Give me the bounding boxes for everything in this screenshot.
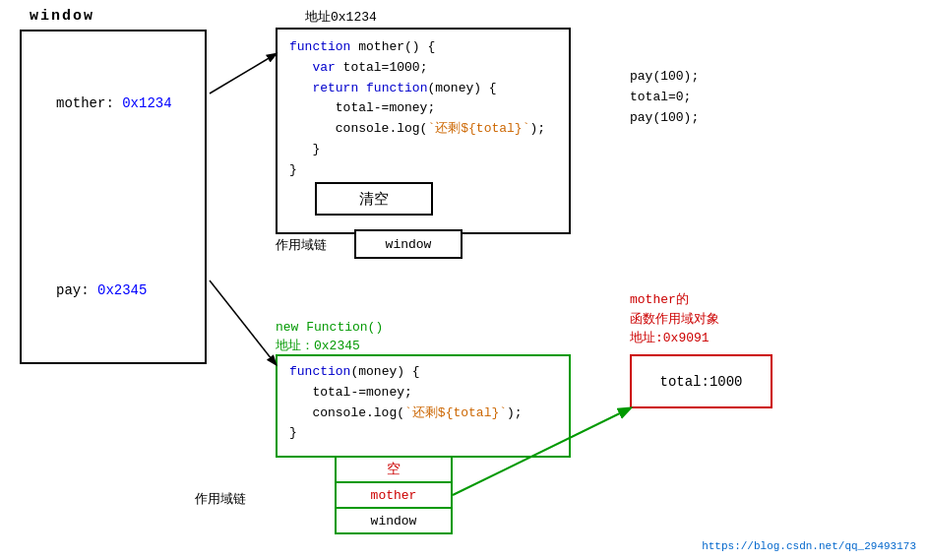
mother-scope-line3: 地址:0x9091 <box>630 329 719 348</box>
svg-line-1 <box>210 280 276 364</box>
code-line-4: total-=money; <box>289 98 557 119</box>
green-fn-box: function(money) { total-=money; console.… <box>276 354 571 458</box>
code-line-1: function mother() { <box>289 37 557 58</box>
green-code-3: console.log(`还剩${total}`); <box>289 404 557 424</box>
scope-chain-label-1: 作用域链 <box>276 236 327 254</box>
window-title-label: window <box>30 8 94 25</box>
mother-key: mother: <box>56 95 114 111</box>
code-line-2: var total=1000; <box>289 58 557 79</box>
window-mother-entry: mother: 0x1234 <box>56 95 172 111</box>
mother-scope-line1: mother的 <box>630 290 719 310</box>
window-pay-entry: pay: 0x2345 <box>56 282 147 298</box>
watermark: https://blog.csdn.net/qq_29493173 <box>702 540 916 552</box>
right-code-line-3: pay(100); <box>630 108 699 129</box>
mother-scope-line2: 函数作用域对象 <box>630 310 719 330</box>
empty-box: 空 <box>335 456 453 483</box>
pay-val: 0x2345 <box>97 282 147 298</box>
window-chain-box: window <box>335 507 453 534</box>
pay-key: pay: <box>56 282 90 298</box>
right-code-line-1: pay(100); <box>630 67 699 88</box>
scope-window-box: window <box>354 229 463 259</box>
scope-chain-label-2: 作用域链 <box>195 490 246 508</box>
mother-address-label: 地址0x1234 <box>305 8 377 26</box>
green-code-4: } <box>289 423 557 444</box>
code-line-7: } <box>289 160 557 181</box>
code-line-6: } <box>289 140 557 160</box>
mother-chain-box: mother <box>335 481 453 509</box>
new-fn-label: new Function() <box>276 320 383 335</box>
diagram: window mother: 0x1234 pay: 0x2345 地址0x12… <box>0 0 926 560</box>
code-line-3: return function(money) { <box>289 79 557 99</box>
svg-line-0 <box>210 54 276 93</box>
right-code-block: pay(100); total=0; pay(100); <box>630 67 699 128</box>
mother-val: 0x1234 <box>122 95 171 111</box>
mother-scope-label: mother的 函数作用域对象 地址:0x9091 <box>630 290 719 348</box>
clear-box: 清空 <box>315 182 433 216</box>
right-code-line-2: total=0; <box>630 88 699 108</box>
window-box: mother: 0x1234 pay: 0x2345 <box>20 30 207 364</box>
total-box: total:1000 <box>630 354 772 408</box>
new-fn-addr: 地址：0x2345 <box>276 337 360 354</box>
code-line-5: console.log(`还剩${total}`); <box>289 119 557 140</box>
green-code-2: total-=money; <box>289 383 557 404</box>
green-code-1: function(money) { <box>289 362 557 383</box>
